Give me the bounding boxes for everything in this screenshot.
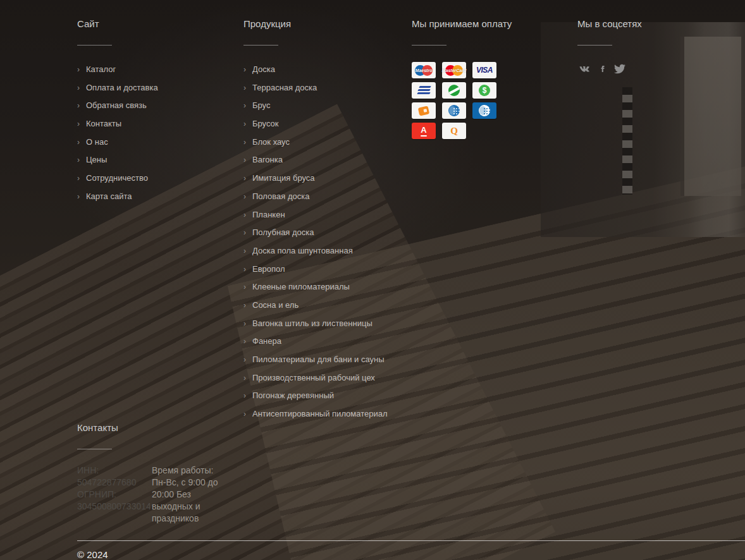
column-title-products: Продукция bbox=[243, 18, 433, 29]
product-link[interactable]: Доска bbox=[252, 65, 275, 73]
payment-maestro-icon: Maestro bbox=[412, 62, 436, 78]
column-title-social: Мы в соцсетях bbox=[577, 18, 717, 29]
title-underline bbox=[412, 45, 446, 46]
chevron-right-icon: › bbox=[243, 374, 246, 382]
product-link[interactable]: Брусок bbox=[252, 119, 279, 128]
chevron-right-icon: › bbox=[77, 66, 80, 73]
payment-dollar-coin-icon: $ bbox=[472, 82, 496, 99]
social-facebook-link[interactable] bbox=[600, 63, 606, 75]
contacts-requisites: ИНН: 504722877680 ОГРНИП: 30450080073301… bbox=[77, 465, 152, 525]
product-link[interactable]: Террасная доска bbox=[252, 83, 317, 92]
payment-sberbank-icon bbox=[442, 82, 466, 99]
product-link[interactable]: Сосна и ель bbox=[252, 301, 299, 309]
product-link-item: › Планкен bbox=[243, 210, 433, 219]
title-underline bbox=[77, 45, 112, 46]
chevron-right-icon: › bbox=[77, 193, 80, 200]
chevron-right-icon: › bbox=[243, 120, 246, 128]
product-link[interactable]: Антисептированный пиломатериал bbox=[252, 410, 388, 418]
title-underline bbox=[243, 45, 278, 46]
product-link[interactable]: Пиломатериалы для бани и сауны bbox=[252, 355, 384, 363]
social-links bbox=[577, 63, 717, 75]
chevron-right-icon: › bbox=[243, 283, 246, 291]
product-link[interactable]: Брус bbox=[252, 101, 270, 109]
product-link[interactable]: Полубная доска bbox=[252, 228, 314, 236]
payment-visa-icon: VISA bbox=[472, 62, 496, 78]
payment-yandex-money-icon bbox=[412, 102, 436, 119]
site-link-item: › Обратная связь bbox=[77, 101, 229, 109]
product-link[interactable]: Фанера bbox=[252, 337, 281, 345]
site-link[interactable]: Сотрудничество bbox=[86, 174, 148, 182]
chevron-right-icon: › bbox=[77, 102, 80, 109]
chevron-right-icon: › bbox=[243, 156, 246, 164]
twitter-icon bbox=[614, 63, 625, 75]
chevron-right-icon: › bbox=[243, 211, 246, 219]
chevron-right-icon: › bbox=[243, 247, 246, 255]
product-link[interactable]: Планкен bbox=[252, 210, 285, 219]
social-vk-link[interactable] bbox=[577, 63, 591, 75]
site-link[interactable]: Контакты bbox=[86, 119, 121, 128]
product-link-item: › Половая доска bbox=[243, 192, 433, 200]
site-link-item: › Карта сайта bbox=[77, 192, 229, 200]
dollar-glyph: $ bbox=[479, 85, 490, 96]
product-link-item: › Блок хаус bbox=[243, 138, 433, 146]
product-link-item: › Доска пола шпунтованная bbox=[243, 247, 433, 255]
product-link[interactable]: Европол bbox=[252, 265, 285, 273]
product-link-item: › Европол bbox=[243, 265, 433, 273]
chevron-right-icon: › bbox=[243, 102, 246, 109]
chevron-right-icon: › bbox=[77, 138, 80, 146]
product-link-item: › Погонаж деревянный bbox=[243, 391, 433, 399]
site-link[interactable]: О нас bbox=[86, 138, 108, 146]
site-link[interactable]: Обратная связь bbox=[86, 101, 147, 109]
product-link[interactable]: Производственный рабочий цех bbox=[252, 374, 375, 382]
site-link[interactable]: Цены bbox=[86, 155, 107, 164]
product-link-item: › Вагонка штиль из лиственницы bbox=[243, 319, 433, 327]
visa-wordmark: VISA bbox=[476, 66, 493, 75]
copyright: © 2024 bbox=[77, 549, 108, 560]
qiwi-glyph: Q bbox=[450, 126, 458, 136]
contacts-title: Контакты bbox=[77, 422, 235, 433]
footer-column-products: Продукция › Доска › Террасная доска › Бр… bbox=[243, 18, 433, 428]
product-link-item: › Имитация бруса bbox=[243, 174, 433, 182]
product-link[interactable]: Вагонка штиль из лиственницы bbox=[252, 319, 372, 327]
product-link-item: › Брус bbox=[243, 101, 433, 109]
product-link[interactable]: Половая доска bbox=[252, 192, 309, 200]
chevron-right-icon: › bbox=[243, 392, 246, 399]
site-link[interactable]: Каталог bbox=[86, 65, 116, 73]
column-title-payments: Мы принимаем оплату bbox=[412, 18, 557, 29]
product-link-item: › Вагонка bbox=[243, 155, 433, 164]
product-link[interactable]: Погонаж деревянный bbox=[252, 391, 334, 399]
product-link[interactable]: Клееные пиломатериалы bbox=[252, 283, 350, 291]
chevron-right-icon: › bbox=[77, 174, 80, 182]
bottom-divider bbox=[77, 540, 745, 541]
column-title-site: Сайт bbox=[77, 18, 229, 29]
product-link[interactable]: Доска пола шпунтованная bbox=[252, 247, 353, 255]
product-link[interactable]: Блок хаус bbox=[252, 138, 290, 146]
maestro-wordmark: Maestro bbox=[416, 68, 433, 73]
site-link-item: › Цены bbox=[77, 155, 229, 164]
payment-qiwi-icon: Q bbox=[442, 123, 466, 139]
alfa-glyph: А bbox=[421, 126, 426, 137]
site-link-item: › О нас bbox=[77, 138, 229, 146]
site-link[interactable]: Оплата и доставка bbox=[86, 83, 158, 92]
site-link[interactable]: Карта сайта bbox=[86, 192, 132, 200]
payment-psb-bank-icon bbox=[412, 82, 436, 99]
social-twitter-link[interactable] bbox=[614, 63, 625, 75]
footer-column-social: Мы в соцсетях bbox=[577, 18, 717, 75]
title-underline bbox=[577, 45, 612, 46]
site-links: › Каталог › Оплата и доставка › Обратная… bbox=[77, 65, 229, 200]
chevron-right-icon: › bbox=[243, 410, 246, 418]
footer-column-payments: Мы принимаем оплату Maestro MasterCard V… bbox=[412, 18, 557, 139]
site-link-item: › Оплата и доставка bbox=[77, 83, 229, 92]
chevron-right-icon: › bbox=[77, 84, 80, 92]
product-link-item: › Антисептированный пиломатериал bbox=[243, 410, 433, 418]
footer: Сайт › Каталог › Оплата и доставка › Обр… bbox=[0, 0, 745, 560]
product-link[interactable]: Вагонка bbox=[252, 155, 283, 164]
footer-column-site: Сайт › Каталог › Оплата и доставка › Обр… bbox=[77, 18, 229, 210]
product-link-item: › Фанера bbox=[243, 337, 433, 345]
payment-mastercard-icon: MasterCard bbox=[442, 62, 466, 78]
product-link[interactable]: Имитация бруса bbox=[252, 174, 315, 182]
chevron-right-icon: › bbox=[243, 338, 246, 345]
product-link-item: › Клееные пиломатериалы bbox=[243, 283, 433, 291]
payment-webmoney-blue-icon bbox=[472, 102, 496, 119]
product-link-item: › Производственный рабочий цех bbox=[243, 374, 433, 382]
